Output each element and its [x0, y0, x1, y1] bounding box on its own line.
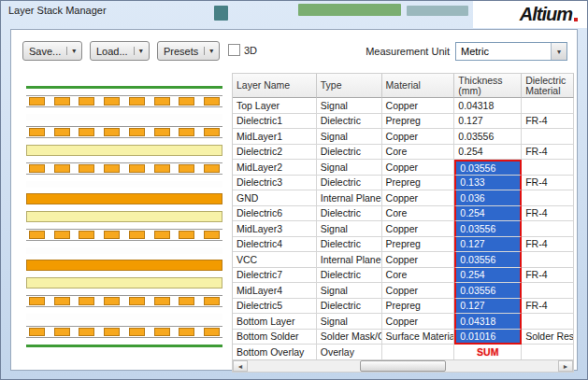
dielectric-material-cell[interactable] [522, 314, 574, 330]
table-row[interactable]: VCCInternal PlaneCopper0.03556 [233, 252, 574, 268]
presets-button[interactable]: Presets ▾ [157, 41, 220, 61]
thickness-cell[interactable]: 0.133 [454, 176, 522, 191]
material-cell[interactable]: Prepreg [382, 114, 455, 130]
type-cell[interactable]: Dielectric [317, 237, 382, 253]
layer-name-cell[interactable]: Dielectric7 [233, 268, 317, 284]
layer-name-cell[interactable]: Dielectric3 [233, 176, 317, 191]
thickness-cell[interactable]: 0.03556 [454, 252, 522, 268]
layer-name-cell[interactable]: MidLayer4 [233, 283, 317, 299]
layer-name-cell[interactable]: Dielectric6 [233, 206, 317, 222]
thickness-cell[interactable]: 0.04318 [454, 98, 522, 114]
table-row[interactable]: Dielectric6DielectricCore0.254FR-4 [233, 206, 574, 222]
thickness-cell[interactable]: 0.127 [454, 299, 522, 315]
material-cell[interactable]: Surface Material [382, 330, 455, 345]
dielectric-material-cell[interactable]: FR-4 [522, 268, 574, 284]
material-cell[interactable]: Copper [382, 283, 455, 299]
thickness-cell[interactable]: 0.127 [454, 114, 522, 130]
dielectric-material-cell[interactable] [522, 221, 574, 237]
layer-name-cell[interactable]: Dielectric2 [233, 145, 317, 161]
layer-name-cell[interactable]: Dielectric5 [233, 299, 317, 315]
table-row[interactable]: MidLayer3SignalCopper0.03556 [233, 221, 574, 237]
window-titlebar[interactable]: Layer Stack Manager Altium [1, 1, 587, 29]
scroll-left-arrow-icon[interactable]: ◄ [233, 360, 248, 372]
table-row[interactable]: Dielectric3DielectricPrepreg0.133FR-4 [233, 176, 574, 191]
dielectric-material-cell[interactable] [522, 252, 574, 268]
thickness-cell[interactable]: 0.03556 [454, 129, 522, 145]
type-cell[interactable]: Dielectric [317, 206, 382, 222]
column-header[interactable]: Material [382, 74, 455, 98]
type-cell[interactable]: Solder Mask/Co... [317, 330, 382, 345]
layer-name-cell[interactable]: Bottom Layer [233, 314, 317, 330]
dielectric-material-cell[interactable]: FR-4 [522, 176, 574, 191]
dielectric-material-cell[interactable] [522, 190, 574, 206]
scrollbar-thumb[interactable] [360, 360, 447, 372]
scrollbar-track[interactable] [248, 360, 558, 372]
thickness-cell[interactable]: 0.03556 [454, 160, 522, 176]
column-header[interactable]: Dielectric Material [522, 74, 574, 98]
type-cell[interactable]: Dielectric [317, 114, 382, 130]
thickness-cell[interactable]: SUM [454, 345, 522, 360]
layer-name-cell[interactable]: Dielectric4 [233, 237, 317, 253]
material-cell[interactable]: Copper [382, 252, 455, 268]
material-cell[interactable]: Core [382, 268, 455, 284]
type-cell[interactable]: Signal [317, 98, 382, 114]
dielectric-material-cell[interactable]: FR-4 [522, 206, 574, 222]
table-row[interactable]: Bottom OverlayOverlaySUM [233, 345, 574, 360]
layer-name-cell[interactable]: Bottom Solder [233, 330, 317, 345]
scroll-right-arrow-icon[interactable]: ► [558, 360, 573, 372]
table-row[interactable]: MidLayer1SignalCopper0.03556 [233, 129, 574, 145]
dielectric-material-cell[interactable]: FR-4 [522, 237, 574, 253]
type-cell[interactable]: Dielectric [317, 145, 382, 161]
thickness-cell[interactable]: 0.254 [454, 206, 522, 222]
type-cell[interactable]: Overlay [317, 345, 382, 360]
layer-name-cell[interactable]: Top Layer [233, 98, 317, 114]
thickness-cell[interactable]: 0.03556 [454, 221, 522, 237]
type-cell[interactable]: Signal [317, 221, 382, 237]
layer-name-cell[interactable]: MidLayer2 [233, 160, 317, 176]
table-row[interactable]: Bottom LayerSignalCopper0.04318 [233, 314, 574, 330]
material-cell[interactable]: Copper [382, 221, 455, 237]
table-row[interactable]: Dielectric2DielectricCore0.254FR-4 [233, 145, 574, 161]
thickness-cell[interactable]: 0.01016 [454, 330, 522, 345]
presets-dropdown-arrow-icon[interactable]: ▾ [204, 47, 213, 55]
type-cell[interactable]: Dielectric [317, 176, 382, 191]
table-row[interactable]: MidLayer4SignalCopper0.03556 [233, 283, 574, 299]
type-cell[interactable]: Signal [317, 160, 382, 176]
type-cell[interactable]: Signal [317, 283, 382, 299]
dielectric-material-cell[interactable]: FR-4 [522, 114, 574, 130]
material-cell[interactable]: Copper [382, 314, 455, 330]
table-row[interactable]: Bottom SolderSolder Mask/Co...Surface Ma… [233, 330, 574, 345]
material-cell[interactable] [382, 345, 455, 360]
material-cell[interactable]: Prepreg [382, 176, 455, 191]
table-row[interactable]: Top LayerSignalCopper0.04318 [233, 98, 574, 114]
type-cell[interactable]: Internal Plane [317, 252, 382, 268]
type-cell[interactable]: Dielectric [317, 268, 382, 284]
thickness-cell[interactable]: 0.254 [454, 145, 522, 161]
table-row[interactable]: Dielectric7DielectricCore0.254FR-4 [233, 268, 574, 284]
thickness-cell[interactable]: 0.036 [454, 190, 522, 206]
dielectric-material-cell[interactable] [522, 283, 574, 299]
table-row[interactable]: Dielectric4DielectricPrepreg0.127FR-4 [233, 237, 574, 253]
thickness-cell[interactable]: 0.127 [454, 237, 522, 253]
measurement-unit-select[interactable]: Metric ▾ [455, 42, 567, 61]
column-header[interactable]: Thickness (mm) [454, 74, 522, 98]
save-button[interactable]: Save... ▾ [22, 41, 82, 61]
table-row[interactable]: MidLayer2SignalCopper0.03556 [233, 160, 574, 176]
dielectric-material-cell[interactable]: FR-4 [522, 299, 574, 315]
dielectric-material-cell[interactable]: Solder Resist [522, 330, 574, 345]
material-cell[interactable]: Copper [382, 98, 455, 114]
dielectric-material-cell[interactable] [522, 160, 574, 176]
material-cell[interactable]: Core [382, 206, 455, 222]
material-cell[interactable]: Prepreg [382, 237, 455, 253]
dielectric-material-cell[interactable] [522, 345, 574, 360]
material-cell[interactable]: Copper [382, 160, 455, 176]
chevron-down-icon[interactable]: ▾ [551, 43, 566, 60]
column-header[interactable]: Type [317, 74, 382, 98]
layer-name-cell[interactable]: GND [233, 190, 317, 206]
layer-name-cell[interactable]: Dielectric1 [233, 114, 317, 130]
table-row[interactable]: Dielectric5DielectricPrepreg0.127FR-4 [233, 299, 574, 315]
3d-checkbox[interactable]: 3D [228, 44, 257, 56]
thickness-cell[interactable]: 0.03556 [454, 283, 522, 299]
column-header[interactable]: Layer Name [233, 74, 317, 98]
material-cell[interactable]: Copper [382, 129, 455, 145]
